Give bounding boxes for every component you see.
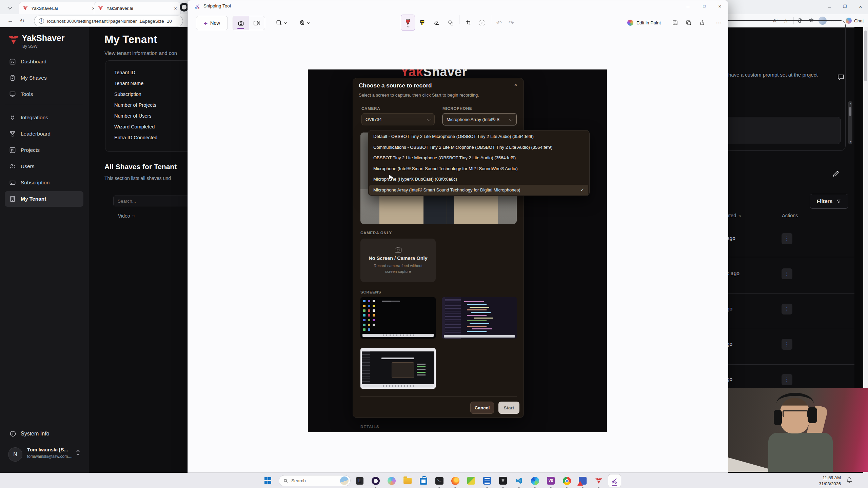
- system-info-button[interactable]: System Info: [9, 430, 49, 437]
- copy-button[interactable]: [682, 16, 695, 29]
- photo-mode-button[interactable]: [233, 16, 249, 30]
- snip-maximize-button[interactable]: □: [696, 0, 712, 12]
- start-button[interactable]: [264, 477, 271, 484]
- eraser-tool-button[interactable]: [430, 16, 443, 29]
- search-placeholder: Search: [291, 478, 337, 483]
- sidebar-item-dashboard[interactable]: Dashboard: [5, 54, 83, 69]
- created-column-header[interactable]: ated ↑↓: [727, 213, 741, 218]
- screen-thumbnail-3[interactable]: [360, 348, 436, 389]
- screen: YakShaver.ai × YakShaver.ai × – ❐ × ← ↻ …: [0, 0, 868, 488]
- row-actions-button[interactable]: ⋮: [782, 374, 792, 385]
- share-button[interactable]: [696, 16, 709, 29]
- browser-tab-2[interactable]: YakShaver.ai ×: [94, 2, 180, 14]
- browser-scrollbar-thumb[interactable]: [864, 30, 867, 81]
- taskbar-icon-chrome[interactable]: [560, 474, 573, 487]
- site-info-icon[interactable]: i: [39, 18, 44, 24]
- browser-close-button[interactable]: ×: [853, 1, 868, 12]
- mic-option-selected[interactable]: Microphone Array (Intel® Smart Sound Tec…: [369, 185, 588, 196]
- back-icon[interactable]: ←: [7, 17, 13, 24]
- mic-option[interactable]: Microphone (Intel® Smart Sound Technolog…: [369, 163, 588, 174]
- pen-tool-button[interactable]: [401, 15, 415, 31]
- prompt-textarea[interactable]: [726, 117, 841, 144]
- sidebar-item-my-tenant[interactable]: My Tenant: [5, 191, 83, 207]
- snip-more-button[interactable]: ⋯: [713, 16, 725, 29]
- snip-minimize-button[interactable]: –: [680, 0, 696, 12]
- taskbar-icon-yakshaver[interactable]: [592, 474, 605, 487]
- camera-only-card[interactable]: No Screen / Camera Only Record camera fe…: [360, 239, 436, 282]
- video-column-header[interactable]: Video ↑↓: [118, 213, 135, 219]
- taskbar-icon-app-funnel[interactable]: [497, 474, 509, 487]
- sidebar-item-users[interactable]: Users: [5, 159, 83, 174]
- browser-tab-1[interactable]: YakShaver.ai ×: [19, 2, 98, 14]
- row-actions-button[interactable]: ⋮: [782, 268, 792, 279]
- sidebar-item-subscription[interactable]: Subscription: [5, 175, 83, 190]
- taskbar-icon-app-green[interactable]: [465, 474, 477, 487]
- address-bar[interactable]: i localhost:3000/settings/tenant?pageNum…: [34, 16, 183, 26]
- taskbar-icon-github[interactable]: [369, 474, 382, 487]
- taskbar-icon-terminal[interactable]: >_: [433, 474, 446, 487]
- taskbar-icon-app-dark-l[interactable]: L: [353, 474, 366, 487]
- tab-search-chevron-icon[interactable]: [7, 5, 12, 9]
- tab-close-icon[interactable]: ×: [174, 6, 177, 11]
- taskbar-icon-firefox[interactable]: [449, 474, 461, 487]
- start-button[interactable]: Start: [498, 402, 519, 414]
- scroll-up-icon[interactable]: ▲: [849, 102, 852, 105]
- sidebar-item-leaderboard[interactable]: Leaderboard: [5, 126, 83, 142]
- row-actions-button[interactable]: ⋮: [782, 339, 792, 350]
- crop-tool-button[interactable]: [462, 16, 475, 29]
- comment-bubble-icon[interactable]: [837, 73, 845, 81]
- filters-button[interactable]: Filters: [810, 194, 848, 209]
- highlighter-tool-button[interactable]: [416, 16, 429, 29]
- mic-option[interactable]: Default - OBSBOT Tiny 2 Lite Microphone …: [369, 131, 588, 142]
- snip-close-button[interactable]: ×: [712, 0, 728, 12]
- shapes-tool-button[interactable]: [444, 16, 457, 29]
- snip-delay-select[interactable]: [295, 16, 314, 29]
- row-actions-button[interactable]: ⋮: [782, 304, 792, 314]
- sidebar-item-tools[interactable]: Tools: [5, 86, 83, 102]
- details-label: DETAILS: [360, 425, 379, 429]
- notification-bell-icon[interactable]: z: [846, 476, 853, 484]
- scrollbar-thumb[interactable]: [849, 107, 851, 116]
- modal-close-icon[interactable]: ×: [514, 82, 517, 88]
- browser-restore-button[interactable]: ❐: [837, 1, 853, 12]
- taskbar-icon-snipping-tool-active[interactable]: [608, 474, 621, 487]
- edit-in-paint-button[interactable]: Edit in Paint: [625, 16, 663, 29]
- taskbar-icon-app-warning-badge[interactable]: [576, 474, 589, 487]
- sidebar-item-projects[interactable]: Projects: [5, 142, 83, 158]
- window-modal: [392, 362, 414, 378]
- scroll-down-icon[interactable]: ▼: [849, 140, 852, 143]
- taskbar-icon-store[interactable]: [417, 474, 430, 487]
- microphone-select[interactable]: Microphone Array (Intel® S: [442, 113, 517, 125]
- redo-button[interactable]: ↷: [505, 16, 517, 29]
- taskbar-icon-visual-studio[interactable]: VS: [545, 474, 557, 487]
- taskbar-icon-file-explorer[interactable]: [401, 474, 414, 487]
- save-button[interactable]: [669, 16, 682, 29]
- taskbar-icon-copilot[interactable]: [385, 474, 398, 487]
- panel-scrollbar[interactable]: ▲ ▼: [848, 101, 852, 144]
- screen-thumbnail-1[interactable]: [360, 297, 436, 339]
- edit-pencil-icon[interactable]: [832, 169, 840, 178]
- undo-button[interactable]: ↶: [493, 16, 505, 29]
- mic-option[interactable]: Microphone (HyperX DuoCast) (03f0:0a8c): [369, 174, 588, 185]
- camera-select[interactable]: OV9734: [361, 113, 435, 125]
- mic-option[interactable]: OBSBOT Tiny 2 Lite Microphone (OBSBOT Ti…: [369, 152, 588, 163]
- new-snip-button[interactable]: + New: [196, 16, 228, 30]
- refresh-icon[interactable]: ↻: [20, 17, 24, 24]
- taskbar-search[interactable]: Search: [279, 475, 351, 486]
- screen-thumbnail-2[interactable]: [442, 297, 517, 339]
- cancel-button[interactable]: Cancel: [470, 402, 494, 414]
- user-menu-chevrons-icon[interactable]: [76, 449, 80, 456]
- text-actions-button[interactable]: [475, 16, 488, 29]
- video-mode-button[interactable]: [249, 16, 265, 30]
- taskbar-clock[interactable]: 11:59 AM 31/03/2026: [807, 475, 841, 487]
- user-avatar[interactable]: N: [8, 447, 22, 462]
- sidebar-item-integrations[interactable]: Integrations: [5, 110, 83, 125]
- sidebar-item-my-shaves[interactable]: My Shaves: [5, 70, 83, 86]
- snip-shape-select[interactable]: [272, 16, 291, 29]
- browser-minimize-button[interactable]: –: [822, 1, 837, 12]
- taskbar-icon-edge[interactable]: [529, 474, 541, 487]
- row-actions-button[interactable]: ⋮: [782, 233, 792, 244]
- taskbar-icon-app-blue-lines[interactable]: [481, 474, 493, 487]
- mic-option[interactable]: Communications - OBSBOT Tiny 2 Lite Micr…: [369, 142, 588, 153]
- taskbar-icon-vscode[interactable]: [513, 474, 525, 487]
